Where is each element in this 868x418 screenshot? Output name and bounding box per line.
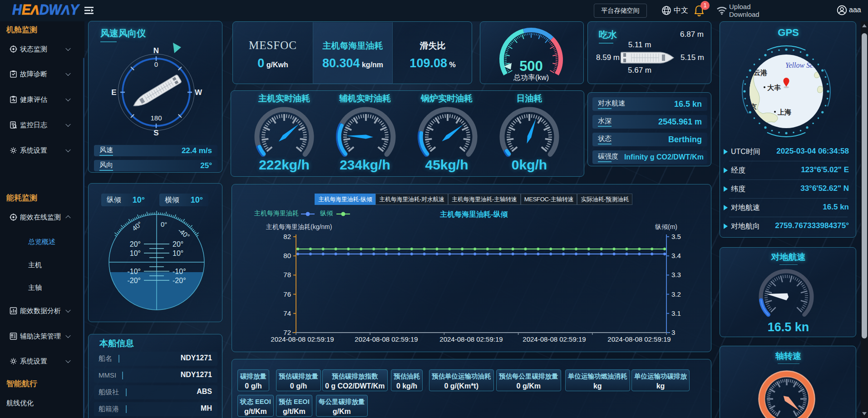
svg-text:20°: 20° [173,240,183,248]
svg-text:3.4: 3.4 [671,252,681,259]
svg-text:3.3: 3.3 [671,271,681,279]
svg-text:N: N [153,46,159,55]
svg-text:0°: 0° [161,220,167,228]
svg-text:40°: 40° [131,220,143,232]
svg-text:E: E [111,88,116,97]
svg-text:S: S [153,129,158,137]
svg-text:大丰: 大丰 [767,84,781,91]
svg-text:0: 0 [154,60,158,68]
svg-text:-20°: -20° [127,277,141,284]
svg-text:10°: 10° [130,249,141,257]
svg-text:3.2: 3.2 [671,290,681,298]
svg-text:78: 78 [283,271,291,279]
svg-text:-10°: -10° [173,268,186,275]
svg-text:京: 京 [750,103,757,110]
svg-text:Yellow Sea: Yellow Sea [785,61,817,69]
svg-text:80: 80 [283,252,291,259]
svg-text:10°: 10° [173,249,183,257]
svg-text:-10°: -10° [127,268,141,275]
svg-text:20°: 20° [130,240,141,248]
svg-text:82: 82 [283,233,291,240]
svg-text:3.5: 3.5 [671,233,681,240]
svg-text:3.1: 3.1 [671,309,681,317]
svg-text:180: 180 [150,114,162,122]
svg-text:-40°: -40° [177,226,191,240]
svg-text:-20°: -20° [173,277,186,284]
svg-text:上海: 上海 [777,108,791,116]
svg-text:云港: 云港 [754,69,768,76]
svg-text:W: W [195,88,202,97]
svg-text:74: 74 [283,309,291,317]
svg-text:76: 76 [283,290,291,298]
